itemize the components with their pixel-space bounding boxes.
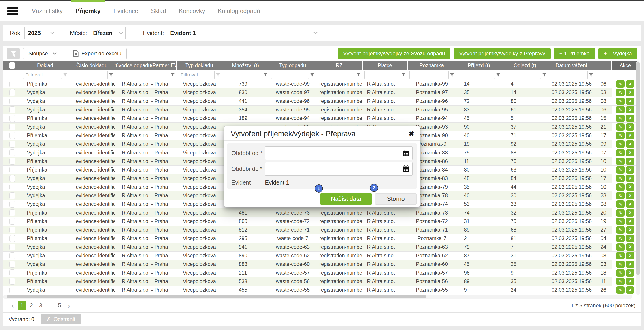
- row-checkbox[interactable]: [10, 261, 15, 268]
- edit-button[interactable]: ✎: [616, 252, 624, 259]
- table-row[interactable]: Příjemkaevidence-identifier-...R Altra s…: [3, 217, 639, 226]
- close-icon[interactable]: ✖: [408, 130, 414, 137]
- row-checkbox[interactable]: [10, 278, 15, 285]
- table-row[interactable]: Příjemkaevidence-identifier-...R Altra s…: [3, 209, 639, 217]
- table-row[interactable]: Příjemkaevidence-identifier-...R Altra s…: [3, 226, 639, 234]
- filter-funnel-icon[interactable]: [589, 73, 593, 77]
- clear-filters-button[interactable]: [7, 48, 20, 59]
- row-checkbox[interactable]: [10, 106, 15, 113]
- delete-button[interactable]: ✗: [626, 226, 634, 234]
- filter-input-cislo[interactable]: [71, 71, 108, 79]
- delete-button[interactable]: ✗: [626, 97, 634, 105]
- delete-button[interactable]: ✗: [626, 89, 634, 96]
- column-header-poznamka[interactable]: Poznámka: [408, 61, 456, 70]
- row-checkbox[interactable]: [10, 81, 15, 87]
- row-checkbox[interactable]: [10, 89, 15, 96]
- filter-funnel-icon[interactable]: [496, 73, 500, 77]
- table-row[interactable]: Vydejkaevidence-identifier-...R Altra s.…: [3, 252, 639, 260]
- table-row[interactable]: Příjemkaevidence-identifier-...R Altra s…: [3, 80, 639, 88]
- filter-input-typ_dokladu[interactable]: [178, 71, 214, 79]
- delete-button[interactable]: ✗: [626, 260, 634, 268]
- filter-input-prijezd[interactable]: [458, 71, 495, 79]
- column-header-extra[interactable]: [595, 61, 612, 70]
- table-row[interactable]: Vydejkaevidence-identifier-...R Altra s.…: [3, 286, 639, 294]
- edit-button[interactable]: ✎: [616, 106, 624, 113]
- delete-button[interactable]: ✗: [626, 192, 634, 199]
- filter-funnel-icon[interactable]: [109, 73, 113, 77]
- delete-button[interactable]: ✗: [626, 286, 634, 294]
- edit-button[interactable]: ✎: [616, 140, 624, 148]
- filter-funnel-icon[interactable]: [170, 73, 175, 77]
- row-checkbox[interactable]: [10, 244, 15, 250]
- filter-input-mnozstvi[interactable]: [224, 71, 262, 79]
- filter-input-odjezd[interactable]: [504, 71, 541, 79]
- delete-button[interactable]: ✗: [626, 183, 634, 191]
- column-header-puvodce[interactable]: Původce odpadu/Partner EVI: [115, 61, 177, 70]
- table-row[interactable]: Příjemkaevidence-identifier-...R Altra s…: [3, 269, 639, 277]
- nav-tab-1[interactable]: Vážní lístky: [32, 1, 63, 21]
- page-button-2[interactable]: 2: [27, 301, 35, 310]
- delete-button[interactable]: ✗: [626, 115, 634, 122]
- action-button-2[interactable]: Vytvořit příjemky/výdejky z Přepravy: [454, 48, 551, 59]
- filter-input-typ_odpadu[interactable]: [271, 71, 309, 79]
- row-checkbox[interactable]: [10, 201, 15, 208]
- select-all-checkbox[interactable]: [9, 62, 15, 69]
- filter-funnel-icon[interactable]: [263, 73, 268, 77]
- row-checkbox[interactable]: [10, 115, 15, 122]
- edit-button[interactable]: ✎: [616, 226, 624, 234]
- row-checkbox[interactable]: [10, 132, 15, 139]
- delete-button[interactable]: ✗: [626, 218, 634, 225]
- row-checkbox[interactable]: [10, 227, 15, 233]
- table-row[interactable]: Vydejkaevidence-identifier-...R Altra s.…: [3, 88, 639, 97]
- delete-button[interactable]: ✗: [626, 269, 634, 277]
- edit-button[interactable]: ✎: [616, 260, 624, 268]
- edit-button[interactable]: ✎: [616, 97, 624, 105]
- edit-button[interactable]: ✎: [616, 175, 624, 182]
- edit-button[interactable]: ✎: [616, 286, 624, 294]
- edit-button[interactable]: ✎: [616, 132, 624, 139]
- edit-button[interactable]: ✎: [616, 115, 624, 122]
- column-header-platce[interactable]: Plátce: [362, 61, 408, 70]
- row-checkbox[interactable]: [10, 192, 15, 199]
- nav-tab-6[interactable]: Katalog odpadů: [218, 1, 260, 21]
- delete-button[interactable]: ✗: [626, 175, 634, 182]
- edit-button[interactable]: ✎: [616, 235, 624, 242]
- table-row[interactable]: Příjemkaevidence-identifier-...R Altra s…: [3, 114, 639, 123]
- mesic-select[interactable]: Březen: [90, 27, 126, 39]
- rok-select[interactable]: 2025: [24, 27, 57, 39]
- filter-input-poznamka[interactable]: [410, 71, 449, 79]
- column-header-prijezd[interactable]: Příjezd (t): [456, 61, 502, 70]
- table-row[interactable]: Vydejkaevidence-identifier-...R Altra s.…: [3, 97, 639, 106]
- edit-button[interactable]: ✎: [616, 157, 624, 165]
- row-checkbox[interactable]: [10, 184, 15, 190]
- edit-button[interactable]: ✎: [616, 243, 624, 251]
- filter-funnel-icon[interactable]: [310, 73, 314, 77]
- filter-input-doklad[interactable]: [23, 71, 62, 79]
- filter-funnel-icon[interactable]: [63, 73, 67, 77]
- row-checkbox[interactable]: [10, 209, 15, 216]
- row-checkbox[interactable]: [10, 269, 15, 276]
- page-button-1[interactable]: 1: [18, 301, 26, 310]
- delete-button[interactable]: ✗: [626, 80, 634, 88]
- row-checkbox[interactable]: [10, 235, 15, 242]
- row-checkbox[interactable]: [10, 141, 15, 147]
- edit-button[interactable]: ✎: [616, 269, 624, 277]
- filter-funnel-icon[interactable]: [402, 73, 406, 77]
- row-checkbox[interactable]: [10, 123, 15, 130]
- action-button-3[interactable]: + 1 Příjemka: [554, 48, 595, 59]
- nav-tab-4[interactable]: Sklad: [151, 1, 166, 21]
- vertical-scrollbar-thumb[interactable]: [636, 62, 640, 275]
- row-checkbox[interactable]: [10, 218, 15, 225]
- row-checkbox[interactable]: [10, 149, 15, 156]
- page-button-5[interactable]: 5: [56, 301, 64, 310]
- select-all-header[interactable]: [3, 61, 22, 70]
- filter-funnel-icon[interactable]: [542, 73, 546, 77]
- delete-button[interactable]: ✗: [626, 149, 634, 156]
- delete-button[interactable]: ✗: [626, 123, 634, 131]
- column-header-akce[interactable]: Akce: [612, 61, 639, 70]
- delete-button[interactable]: ✗: [626, 140, 634, 148]
- filter-input-rz[interactable]: [318, 71, 355, 79]
- sloupce-button[interactable]: Sloupce: [23, 48, 64, 59]
- column-header-doklad[interactable]: Doklad: [22, 61, 69, 70]
- nav-tab-2[interactable]: Příjemky: [76, 1, 101, 21]
